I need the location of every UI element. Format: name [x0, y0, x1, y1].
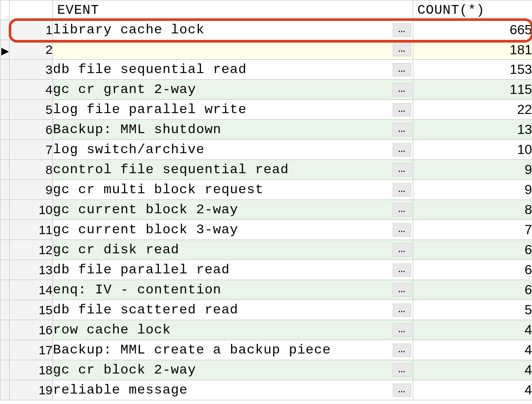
- row-number-cell[interactable]: 3: [10, 60, 53, 80]
- count-cell[interactable]: 9: [413, 180, 532, 200]
- row-number-cell[interactable]: 2: [10, 40, 53, 60]
- cell-editor-button[interactable]: …: [393, 223, 411, 237]
- row-number-cell[interactable]: 17: [10, 340, 53, 360]
- table-row[interactable]: 10gc current block 2-way…8: [0, 200, 532, 220]
- table-row[interactable]: 5log file parallel write…22: [0, 100, 532, 120]
- row-number-cell[interactable]: 7: [10, 140, 53, 160]
- event-cell[interactable]: gc current block 3-way…: [53, 220, 413, 240]
- cell-editor-button[interactable]: …: [393, 23, 411, 37]
- count-cell[interactable]: 665: [413, 20, 532, 40]
- cell-editor-button[interactable]: …: [393, 384, 411, 397]
- cell-editor-button[interactable]: …: [393, 243, 411, 257]
- row-number-cell[interactable]: 13: [10, 260, 53, 280]
- column-header-event[interactable]: EVENT: [53, 0, 413, 20]
- row-number-cell[interactable]: 8: [10, 160, 53, 180]
- event-cell[interactable]: log switch/archive…: [53, 140, 413, 160]
- event-cell[interactable]: Backup: MML create a backup piece…: [53, 340, 413, 360]
- event-cell[interactable]: gc current block 2-way…: [53, 200, 413, 220]
- event-cell[interactable]: gc cr block 2-way…: [53, 360, 413, 380]
- event-text: gc cr block 2-way: [53, 360, 196, 380]
- event-cell[interactable]: log file parallel write…: [53, 100, 413, 120]
- event-cell[interactable]: gc cr disk read…: [53, 240, 413, 260]
- cell-editor-button[interactable]: …: [393, 364, 411, 377]
- cell-editor-button[interactable]: …: [393, 303, 411, 317]
- cell-editor-button[interactable]: …: [393, 283, 411, 297]
- row-number-cell[interactable]: 5: [10, 100, 53, 120]
- table-row[interactable]: 19reliable message…4: [0, 380, 532, 400]
- count-cell[interactable]: 22: [413, 100, 532, 120]
- cell-editor-button[interactable]: …: [393, 263, 411, 277]
- row-number-cell[interactable]: 14: [10, 280, 53, 300]
- count-cell[interactable]: 4: [413, 380, 532, 400]
- count-cell[interactable]: 8: [413, 200, 532, 220]
- event-cell[interactable]: …: [53, 40, 413, 60]
- table-row[interactable]: 18gc cr block 2-way…4: [0, 360, 532, 380]
- row-number-cell[interactable]: 19: [10, 380, 53, 400]
- count-cell[interactable]: 4: [413, 340, 532, 360]
- count-cell[interactable]: 6: [413, 280, 532, 300]
- count-cell[interactable]: 7: [413, 220, 532, 240]
- table-row[interactable]: 4gc cr grant 2-way…115: [0, 80, 532, 100]
- row-number-cell[interactable]: 4: [10, 80, 53, 100]
- row-number-cell[interactable]: 11: [10, 220, 53, 240]
- row-number-cell[interactable]: 15: [10, 300, 53, 320]
- cell-editor-button[interactable]: …: [393, 343, 411, 357]
- table-row[interactable]: 3db file sequential read…153: [0, 60, 532, 80]
- table-row[interactable]: 13db file parallel read…6: [0, 260, 532, 280]
- event-cell[interactable]: db file sequential read…: [53, 60, 413, 80]
- table-row[interactable]: 11gc current block 3-way…7: [0, 220, 532, 240]
- row-number-cell[interactable]: 18: [10, 360, 53, 380]
- event-cell[interactable]: enq: IV - contention…: [53, 280, 413, 300]
- cell-editor-button[interactable]: …: [393, 143, 411, 157]
- table-row[interactable]: 1library cache lock…665: [0, 20, 532, 40]
- cell-editor-button[interactable]: …: [393, 63, 411, 76]
- table-row[interactable]: 17Backup: MML create a backup piece…4: [0, 340, 532, 360]
- count-cell[interactable]: 115: [413, 80, 532, 100]
- event-cell[interactable]: db file scattered read…: [53, 300, 413, 320]
- cell-editor-button[interactable]: …: [393, 43, 411, 56]
- event-cell[interactable]: db file parallel read…: [53, 260, 413, 280]
- event-cell[interactable]: control file sequential read…: [53, 160, 413, 180]
- count-cell[interactable]: 4: [413, 360, 532, 380]
- event-cell[interactable]: row cache lock…: [53, 320, 413, 340]
- row-number-cell[interactable]: 6: [10, 120, 53, 140]
- event-cell[interactable]: library cache lock…: [53, 20, 413, 40]
- results-grid[interactable]: EVENT COUNT(*) 1library cache lock…665▶2…: [0, 0, 532, 400]
- row-number-cell[interactable]: 1: [10, 20, 53, 40]
- table-row[interactable]: 9gc cr multi block request…9: [0, 180, 532, 200]
- table-row[interactable]: 7log switch/archive…10: [0, 140, 532, 160]
- table-row[interactable]: 14enq: IV - contention…6: [0, 280, 532, 300]
- table-row[interactable]: ▶2…181: [0, 40, 532, 60]
- event-cell[interactable]: gc cr multi block request…: [53, 180, 413, 200]
- row-number-cell[interactable]: 12: [10, 240, 53, 260]
- count-cell[interactable]: 153: [413, 60, 532, 80]
- count-cell[interactable]: 5: [413, 300, 532, 320]
- count-cell[interactable]: 4: [413, 320, 532, 340]
- table-row[interactable]: 8control file sequential read…9: [0, 160, 532, 180]
- column-header-count[interactable]: COUNT(*): [413, 0, 532, 20]
- cell-editor-button[interactable]: …: [393, 323, 411, 337]
- table-row[interactable]: 12gc cr disk read…6: [0, 240, 532, 260]
- table-row[interactable]: 6Backup: MML shutdown…13: [0, 120, 532, 140]
- row-number-cell[interactable]: 9: [10, 180, 53, 200]
- table-row[interactable]: 15db file scattered read…5: [0, 300, 532, 320]
- count-cell[interactable]: 6: [413, 240, 532, 260]
- table-row[interactable]: 16row cache lock…4: [0, 320, 532, 340]
- row-number-cell[interactable]: 10: [10, 200, 53, 220]
- cell-editor-button[interactable]: …: [393, 103, 411, 116]
- event-cell[interactable]: Backup: MML shutdown…: [53, 120, 413, 140]
- count-cell[interactable]: 181: [413, 40, 532, 60]
- cell-editor-button[interactable]: …: [393, 163, 411, 177]
- event-cell[interactable]: gc cr grant 2-way…: [53, 80, 413, 100]
- cell-editor-button[interactable]: …: [393, 183, 411, 197]
- count-cell[interactable]: 6: [413, 260, 532, 280]
- header-marker-cell: [0, 0, 10, 20]
- event-cell[interactable]: reliable message…: [53, 380, 413, 400]
- count-cell[interactable]: 13: [413, 120, 532, 140]
- cell-editor-button[interactable]: …: [393, 123, 411, 136]
- cell-editor-button[interactable]: …: [393, 203, 411, 217]
- row-number-cell[interactable]: 16: [10, 320, 53, 340]
- count-cell[interactable]: 9: [413, 160, 532, 180]
- count-cell[interactable]: 10: [413, 140, 532, 160]
- cell-editor-button[interactable]: …: [393, 83, 411, 96]
